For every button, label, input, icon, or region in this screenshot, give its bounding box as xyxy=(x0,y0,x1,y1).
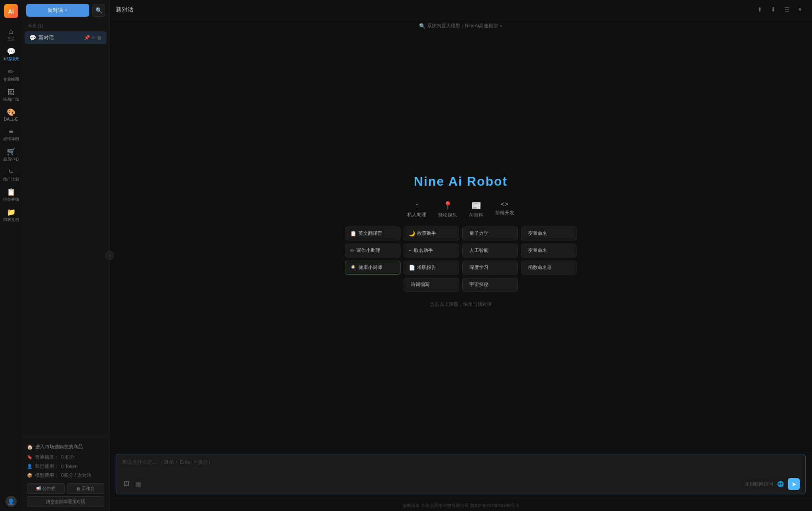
download-button[interactable]: ⬇ xyxy=(768,4,779,15)
shortcut-naming2[interactable]: 变量命名 xyxy=(521,244,576,257)
image-upload-button[interactable]: 🖼 xyxy=(122,480,131,489)
category-item-fun[interactable]: 📍 轻松娱乐 xyxy=(438,201,457,219)
sidebar-item-docs[interactable]: 📁 部署文档 xyxy=(0,206,22,226)
edit-icon[interactable]: ✏ xyxy=(92,35,96,40)
shortcut-label: 量子力学 xyxy=(469,230,488,237)
tokens-icon: 👤 xyxy=(27,464,33,469)
sidebar-item-label: 推广计划 xyxy=(3,177,19,182)
shortcut-label: 人工智能 xyxy=(469,247,488,254)
action-btns: 📢 公告栏 🖥 工作台 xyxy=(27,483,104,494)
sidebar-item-label: 部署文档 xyxy=(3,217,19,223)
shortcut-story[interactable]: 🌙 故事助手 xyxy=(404,227,459,240)
sidebar-item-label: 专业绘画 xyxy=(3,77,19,82)
sidebar-item-label: DALL-E xyxy=(4,117,18,121)
credits-icon: 🔖 xyxy=(27,455,33,460)
shortcut-health[interactable]: 🍳 健康小厨师 xyxy=(345,261,400,275)
wiki-icon: 📰 xyxy=(471,201,481,210)
draw-pro-icon: ✏ xyxy=(8,68,14,75)
section-label: 今天 (1) xyxy=(22,21,109,31)
shortcut-universe[interactable]: 宇宙探秘 xyxy=(462,278,518,292)
shortcut-label: 健康小厨师 xyxy=(358,264,382,271)
stats-row-credits: 🔖 普通额度： 0 积分 xyxy=(27,453,104,462)
gonggaolan-button[interactable]: 📢 公告栏 xyxy=(27,483,65,494)
clear-button[interactable]: 清空全部非置顶对话 xyxy=(27,496,104,507)
sidebar-bottom: 🏠 进入市场选购您的商品 🔖 普通额度： 0 积分 👤 我已使用： 0 Toke… xyxy=(22,437,109,511)
shortcut-naming1[interactable]: 变量命名 xyxy=(521,227,576,240)
sidebar-item-member[interactable]: 🛒 会员中心 xyxy=(0,145,22,165)
upload-button[interactable]: ⬆ xyxy=(754,4,765,15)
sidebar-item-chat[interactable]: 💬 对话聊天 xyxy=(0,45,22,65)
tokens-value: 0 Token xyxy=(61,464,78,469)
gongzuotai-icon: 🖥 xyxy=(76,486,80,491)
search-button[interactable]: 🔍 xyxy=(92,4,105,17)
path-arrow[interactable]: > xyxy=(500,23,502,29)
sidebar-item-todo[interactable]: 📋 待办事项 xyxy=(0,185,22,206)
namefinder-icon: ~ xyxy=(409,248,412,254)
shortcut-label: 深度学习 xyxy=(469,264,488,271)
gongzuotai-button[interactable]: 🖥 工作台 xyxy=(67,483,105,494)
shortcut-deeplearning[interactable]: 深度学习 xyxy=(462,261,518,275)
chevron-down-icon: ▾ xyxy=(799,6,802,13)
table-button[interactable]: ▦ xyxy=(134,480,143,489)
pin-icon[interactable]: 📌 xyxy=(84,35,90,40)
shortcut-label: 写作小助理 xyxy=(356,247,380,254)
shortcut-translate[interactable]: 📋 英文翻译官 xyxy=(345,227,400,240)
header-actions: ⬆ ⬇ ☰ ▾ xyxy=(754,4,806,15)
sidebar-item-home[interactable]: ⌂ 主页 xyxy=(0,25,22,45)
chat-input[interactable] xyxy=(122,458,800,474)
sidebar-collapse-button[interactable]: ‹ xyxy=(105,251,114,260)
sidebar-item-draw-pro[interactable]: ✏ 专业绘画 xyxy=(0,65,22,85)
shortcut-resume[interactable]: 📄 求职报告 xyxy=(404,261,459,275)
input-box: 🖼 ▦ 开启联网访问 🌐 ➤ xyxy=(116,454,806,494)
translate-icon: 📋 xyxy=(350,231,356,236)
category-label: 私人助理 xyxy=(407,211,426,218)
shortcut-ai[interactable]: 人工智能 xyxy=(462,244,518,257)
content-area: Nine Ai Robot ↑ 私人助理 📍 轻松娱乐 📰 AI百科 <> 前端… xyxy=(109,33,812,450)
sidebar-item-dalle[interactable]: 🎨 DALL-E xyxy=(0,106,22,125)
category-item-private[interactable]: ↑ 私人助理 xyxy=(407,201,426,219)
credits-label: 普通额度： xyxy=(35,454,59,461)
model-path-part1[interactable]: 系统内置大模型 xyxy=(427,23,460,29)
sidebar-item-referral[interactable]: ⤷ 推广计划 xyxy=(0,165,22,185)
sidebar-item-gallery[interactable]: 🖼 绘画广场 xyxy=(0,85,22,106)
menu-icon: ☰ xyxy=(784,6,789,13)
category-item-frontend[interactable]: <> 前端开发 xyxy=(495,201,514,219)
chat-item[interactable]: 💬 新对话 📌 ✏ 🗑 xyxy=(25,31,107,44)
sidebar: 新对话 + 🔍 今天 (1) 💬 新对话 📌 ✏ 🗑 🏠 进入市场选购您的商品 … xyxy=(22,0,109,511)
sidebar-top: 新对话 + 🔍 xyxy=(22,0,109,21)
category-label: AI百科 xyxy=(469,212,483,219)
shortcut-label: 诗词编写 xyxy=(411,281,430,288)
category-item-wiki[interactable]: 📰 AI百科 xyxy=(469,201,483,219)
shortcut-poetry[interactable]: 诗词编写 xyxy=(404,278,459,292)
member-icon: 🛒 xyxy=(7,148,15,155)
input-tools: 🖼 ▦ xyxy=(122,480,143,489)
more-button[interactable]: ▾ xyxy=(795,4,806,15)
image-icon: 🖼 xyxy=(123,480,130,487)
category-label: 轻松娱乐 xyxy=(438,212,457,219)
model-path-part2[interactable]: NineAi高速模型 xyxy=(465,23,498,29)
market-link[interactable]: 🏠 进入市场选购您的商品 xyxy=(27,441,104,453)
frontend-icon: <> xyxy=(501,201,508,208)
model-value: 0积分 / 次对话 xyxy=(61,472,92,479)
globe-icon[interactable]: 🌐 xyxy=(777,481,784,487)
shortcuts-grid: 📋 英文翻译官 🌙 故事助手 量子力学 变量命名 ✏ 写作小助理 ~ xyxy=(345,227,576,292)
download-icon: ⬇ xyxy=(771,6,776,13)
category-label: 前端开发 xyxy=(495,209,514,216)
shortcut-funcnaming[interactable]: 函数命名器 xyxy=(521,261,576,275)
shortcut-quantum[interactable]: 量子力学 xyxy=(462,227,518,240)
open-dialog-label: 开启联网访问 xyxy=(745,481,773,488)
dalle-icon: 🎨 xyxy=(7,109,15,116)
input-bottom: 🖼 ▦ 开启联网访问 🌐 ➤ xyxy=(122,478,800,490)
referral-icon: ⤷ xyxy=(8,168,14,175)
delete-icon[interactable]: 🗑 xyxy=(97,35,102,40)
send-button[interactable]: ➤ xyxy=(788,478,800,490)
new-chat-button[interactable]: 新对话 + xyxy=(26,4,89,17)
sidebar-item-mindmap[interactable]: ≡ 思维导图 xyxy=(0,125,22,145)
menu-button[interactable]: ☰ xyxy=(781,4,792,15)
shortcut-writing[interactable]: ✏ 写作小助理 xyxy=(345,244,400,257)
gonggaolan-icon: 📢 xyxy=(36,486,41,491)
app-logo[interactable]: Ai xyxy=(4,4,18,18)
user-avatar[interactable]: 👤 xyxy=(6,496,17,507)
shortcut-label: 变量命名 xyxy=(528,230,547,237)
shortcut-namefinder[interactable]: ~ 取名助手 xyxy=(404,244,459,257)
